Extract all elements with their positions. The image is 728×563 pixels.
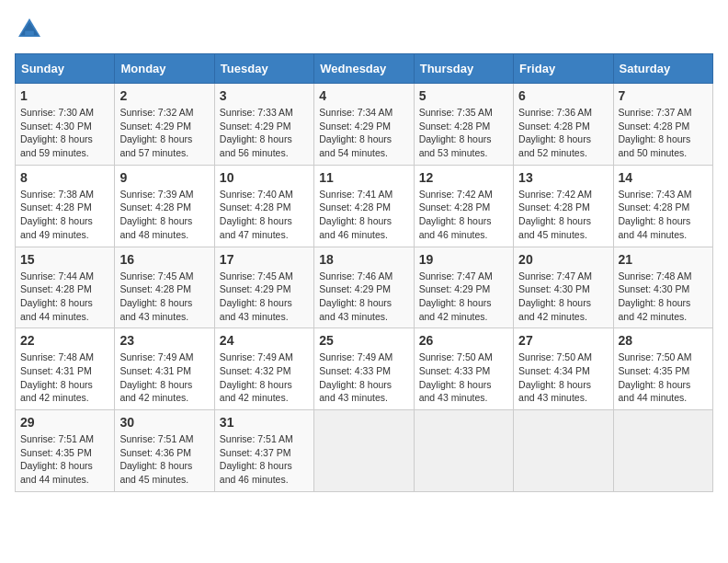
day-info: Sunrise: 7:39 AM Sunset: 4:28 PM Dayligh… [119,188,209,242]
day-number: 6 [518,88,608,103]
day-info: Sunrise: 7:45 AM Sunset: 4:28 PM Dayligh… [119,270,209,324]
day-info: Sunrise: 7:30 AM Sunset: 4:30 PM Dayligh… [20,106,109,160]
calendar-week-row: 8 Sunrise: 7:38 AM Sunset: 4:28 PM Dayli… [16,165,713,247]
calendar-cell: 4 Sunrise: 7:34 AM Sunset: 4:29 PM Dayli… [314,84,414,166]
calendar-cell: 1 Sunrise: 7:30 AM Sunset: 4:30 PM Dayli… [16,84,115,166]
day-number: 8 [20,170,109,185]
calendar-cell: 31 Sunrise: 7:51 AM Sunset: 4:37 PM Dayl… [214,410,313,492]
day-number: 25 [319,333,408,348]
day-info: Sunrise: 7:51 AM Sunset: 4:36 PM Dayligh… [119,432,209,487]
day-info: Sunrise: 7:45 AM Sunset: 4:29 PM Dayligh… [220,270,309,324]
calendar-cell: 10 Sunrise: 7:40 AM Sunset: 4:28 PM Dayl… [214,165,313,247]
header-area [15,15,713,44]
day-info: Sunrise: 7:47 AM Sunset: 4:30 PM Dayligh… [518,270,608,324]
calendar-cell: 6 Sunrise: 7:36 AM Sunset: 4:28 PM Dayli… [514,84,613,166]
calendar-week-row: 1 Sunrise: 7:30 AM Sunset: 4:30 PM Dayli… [16,84,713,166]
day-info: Sunrise: 7:49 AM Sunset: 4:32 PM Dayligh… [220,350,309,405]
day-info: Sunrise: 7:43 AM Sunset: 4:28 PM Dayligh… [619,188,708,242]
day-number: 14 [619,170,708,185]
day-number: 26 [419,333,508,348]
day-number: 11 [319,170,408,185]
day-number: 18 [319,252,408,267]
day-number: 20 [518,252,608,267]
day-info: Sunrise: 7:42 AM Sunset: 4:28 PM Dayligh… [419,188,508,242]
day-number: 22 [20,333,109,348]
day-info: Sunrise: 7:49 AM Sunset: 4:33 PM Dayligh… [319,350,408,405]
day-info: Sunrise: 7:47 AM Sunset: 4:29 PM Dayligh… [419,270,508,324]
day-number: 9 [119,170,209,185]
day-info: Sunrise: 7:48 AM Sunset: 4:31 PM Dayligh… [20,350,109,405]
header-monday: Monday [115,54,214,84]
calendar-cell: 18 Sunrise: 7:46 AM Sunset: 4:29 PM Dayl… [314,247,414,328]
header-friday: Friday [514,54,613,84]
weekday-header-row: Sunday Monday Tuesday Wednesday Thursday… [16,54,713,84]
logo [15,15,48,44]
header-wednesday: Wednesday [314,54,414,84]
day-number: 29 [20,415,109,430]
day-number: 23 [119,333,209,348]
calendar-cell: 29 Sunrise: 7:51 AM Sunset: 4:35 PM Dayl… [16,410,115,492]
day-number: 31 [220,415,309,430]
calendar-week-row: 29 Sunrise: 7:51 AM Sunset: 4:35 PM Dayl… [16,410,713,492]
day-info: Sunrise: 7:36 AM Sunset: 4:28 PM Dayligh… [518,106,608,160]
calendar-cell: 14 Sunrise: 7:43 AM Sunset: 4:28 PM Dayl… [613,165,712,247]
day-info: Sunrise: 7:46 AM Sunset: 4:29 PM Dayligh… [319,270,408,324]
day-number: 28 [619,333,708,348]
header-saturday: Saturday [613,54,712,84]
calendar-cell: 15 Sunrise: 7:44 AM Sunset: 4:28 PM Dayl… [16,247,115,328]
day-number: 16 [119,252,209,267]
day-number: 24 [220,333,309,348]
calendar-cell: 25 Sunrise: 7:49 AM Sunset: 4:33 PM Dayl… [314,328,414,410]
day-number: 30 [119,415,209,430]
day-info: Sunrise: 7:32 AM Sunset: 4:29 PM Dayligh… [119,106,209,160]
calendar-cell [514,410,613,492]
day-number: 15 [20,252,109,267]
calendar-cell: 16 Sunrise: 7:45 AM Sunset: 4:28 PM Dayl… [115,247,214,328]
calendar-cell: 5 Sunrise: 7:35 AM Sunset: 4:28 PM Dayli… [414,84,513,166]
calendar-cell [414,410,513,492]
day-number: 12 [419,170,508,185]
day-info: Sunrise: 7:41 AM Sunset: 4:28 PM Dayligh… [319,188,408,242]
day-info: Sunrise: 7:49 AM Sunset: 4:31 PM Dayligh… [119,350,209,405]
calendar-cell: 3 Sunrise: 7:33 AM Sunset: 4:29 PM Dayli… [214,84,313,166]
day-number: 4 [319,88,408,103]
day-number: 1 [20,88,109,103]
day-info: Sunrise: 7:50 AM Sunset: 4:35 PM Dayligh… [619,350,708,405]
header-thursday: Thursday [414,54,513,84]
day-info: Sunrise: 7:51 AM Sunset: 4:35 PM Dayligh… [20,432,109,487]
day-info: Sunrise: 7:40 AM Sunset: 4:28 PM Dayligh… [220,188,309,242]
calendar-cell [613,410,712,492]
calendar-cell: 13 Sunrise: 7:42 AM Sunset: 4:28 PM Dayl… [514,165,613,247]
day-info: Sunrise: 7:51 AM Sunset: 4:37 PM Dayligh… [220,432,309,487]
day-number: 13 [518,170,608,185]
calendar-week-row: 22 Sunrise: 7:48 AM Sunset: 4:31 PM Dayl… [16,328,713,410]
calendar-cell: 2 Sunrise: 7:32 AM Sunset: 4:29 PM Dayli… [115,84,214,166]
day-info: Sunrise: 7:50 AM Sunset: 4:34 PM Dayligh… [518,350,608,405]
logo-icon [15,15,44,44]
header-sunday: Sunday [16,54,115,84]
day-number: 27 [518,333,608,348]
calendar-cell: 24 Sunrise: 7:49 AM Sunset: 4:32 PM Dayl… [214,328,313,410]
day-number: 2 [119,88,209,103]
calendar-header: Sunday Monday Tuesday Wednesday Thursday… [16,54,713,84]
day-info: Sunrise: 7:50 AM Sunset: 4:33 PM Dayligh… [419,350,508,405]
calendar-cell: 7 Sunrise: 7:37 AM Sunset: 4:28 PM Dayli… [613,84,712,166]
calendar-cell: 22 Sunrise: 7:48 AM Sunset: 4:31 PM Dayl… [16,328,115,410]
day-info: Sunrise: 7:44 AM Sunset: 4:28 PM Dayligh… [20,270,109,324]
day-info: Sunrise: 7:38 AM Sunset: 4:28 PM Dayligh… [20,188,109,242]
calendar-cell: 23 Sunrise: 7:49 AM Sunset: 4:31 PM Dayl… [115,328,214,410]
calendar-cell: 26 Sunrise: 7:50 AM Sunset: 4:33 PM Dayl… [414,328,513,410]
day-info: Sunrise: 7:33 AM Sunset: 4:29 PM Dayligh… [220,106,309,160]
calendar-week-row: 15 Sunrise: 7:44 AM Sunset: 4:28 PM Dayl… [16,247,713,328]
calendar-cell: 20 Sunrise: 7:47 AM Sunset: 4:30 PM Dayl… [514,247,613,328]
day-info: Sunrise: 7:48 AM Sunset: 4:30 PM Dayligh… [619,270,708,324]
calendar-cell [314,410,414,492]
day-info: Sunrise: 7:42 AM Sunset: 4:28 PM Dayligh… [518,188,608,242]
header-tuesday: Tuesday [214,54,313,84]
calendar-cell: 21 Sunrise: 7:48 AM Sunset: 4:30 PM Dayl… [613,247,712,328]
calendar-body: 1 Sunrise: 7:30 AM Sunset: 4:30 PM Dayli… [16,84,713,492]
calendar-cell: 28 Sunrise: 7:50 AM Sunset: 4:35 PM Dayl… [613,328,712,410]
day-number: 5 [419,88,508,103]
day-number: 7 [619,88,708,103]
day-number: 10 [220,170,309,185]
